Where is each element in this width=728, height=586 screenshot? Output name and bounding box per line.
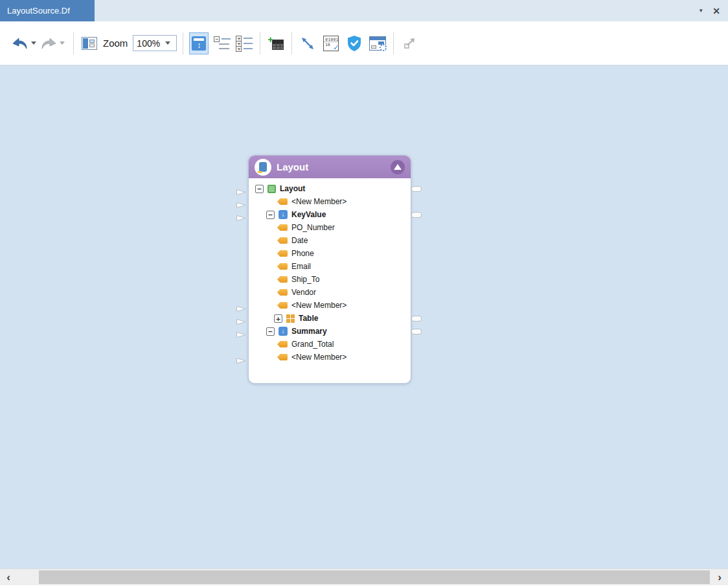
expand-all-button[interactable]: + + +: [234, 32, 254, 54]
add-table-button[interactable]: +: [266, 32, 286, 54]
zoom-label: Zoom: [103, 38, 128, 49]
pane-close-icon[interactable]: ✕: [712, 6, 720, 16]
output-port[interactable]: [411, 316, 422, 322]
input-port[interactable]: [236, 303, 246, 309]
redo-icon: [40, 36, 57, 51]
scroll-right-arrow-icon[interactable]: ›: [712, 569, 727, 585]
input-port[interactable]: [236, 199, 246, 205]
undo-button[interactable]: [10, 32, 30, 54]
auto-fit-height-icon: ↕: [192, 36, 206, 51]
tag-icon: [277, 237, 288, 244]
output-port[interactable]: [411, 186, 422, 192]
collapse-expander-icon[interactable]: −: [266, 327, 275, 336]
redo-button[interactable]: [39, 32, 58, 54]
window-options-button[interactable]: [368, 32, 387, 54]
layout-node[interactable]: Layout −Layout<New Member>−↓KeyValuePO_N…: [248, 155, 411, 384]
tag-icon: [277, 302, 288, 309]
undo-icon: [12, 36, 28, 51]
tag-icon: [277, 354, 288, 360]
tree-row-label: Phone: [291, 249, 314, 258]
layout-node-tree: −Layout<New Member>−↓KeyValuePO_NumberDa…: [249, 178, 411, 383]
tree-row-new-member[interactable]: <New Member>: [249, 351, 411, 364]
blue-section-icon: ↓: [279, 210, 288, 219]
input-port[interactable]: [236, 212, 246, 218]
draw-connector-button[interactable]: [298, 32, 317, 54]
zoom-select[interactable]: 100%: [133, 35, 177, 51]
output-port[interactable]: [411, 212, 422, 218]
tag-icon: [277, 224, 288, 231]
green-square-icon: [267, 185, 276, 193]
redo-dropdown-caret-icon[interactable]: [60, 41, 65, 45]
layout-node-title: Layout: [277, 161, 308, 172]
toolbar: Zoom 100% ↕ − + + + +: [0, 21, 728, 65]
blue-section-icon: ↓: [279, 327, 288, 336]
tree-row-grand-total[interactable]: Grand_Total: [249, 338, 411, 351]
expand-all-icon: + + +: [236, 36, 253, 51]
tree-row-label: <New Member>: [291, 197, 347, 206]
tree-row-label: Date: [291, 236, 308, 245]
tag-icon: [277, 289, 288, 296]
page-preview-button[interactable]: [80, 32, 99, 54]
validate-data-icon: 0100110✓: [323, 36, 339, 51]
tag-icon: [277, 341, 288, 347]
tree-row-keyvalue[interactable]: −↓KeyValue: [249, 208, 411, 221]
tag-icon: [277, 198, 288, 205]
collapse-expander-icon[interactable]: −: [255, 185, 264, 193]
tree-row-date[interactable]: Date: [249, 234, 411, 247]
undo-dropdown-caret-icon[interactable]: [31, 41, 36, 45]
tree-row-label: Email: [291, 262, 311, 271]
window-options-icon: [369, 36, 386, 51]
toolbar-separator: [183, 32, 183, 54]
tree-row-label: KeyValue: [291, 210, 326, 219]
document-tab-label: LayoutSource.Df: [7, 6, 70, 16]
pane-controls: ▼ ✕: [698, 0, 728, 21]
draw-connector-icon: [300, 36, 315, 51]
tree-row-vendor[interactable]: Vendor: [249, 286, 411, 299]
tree-row-label: <New Member>: [291, 353, 347, 362]
triangle-up-icon: [394, 164, 402, 170]
output-port[interactable]: [411, 329, 422, 334]
tree-row-ship-to[interactable]: Ship_To: [249, 273, 411, 286]
input-port[interactable]: [236, 329, 246, 334]
tree-row-email[interactable]: Email: [249, 260, 411, 273]
scroll-left-arrow-icon[interactable]: ‹: [1, 569, 16, 585]
horizontal-scrollbar-thumb[interactable]: [39, 570, 710, 584]
toolbar-separator: [260, 32, 260, 54]
input-port[interactable]: [236, 316, 246, 322]
auto-fit-height-button[interactable]: ↕: [189, 32, 209, 54]
expand-view-icon: [402, 36, 417, 51]
design-canvas[interactable]: Layout −Layout<New Member>−↓KeyValuePO_N…: [0, 65, 728, 568]
tree-row-label: Vendor: [291, 288, 316, 297]
collapse-all-button[interactable]: −: [212, 32, 232, 54]
shield-check-button[interactable]: [345, 32, 364, 54]
pane-menu-caret-icon[interactable]: ▼: [698, 8, 703, 14]
tree-row-label: Summary: [291, 327, 327, 336]
document-tab[interactable]: LayoutSource.Df: [0, 0, 95, 21]
layout-node-icon: [255, 159, 271, 176]
tree-row-new-member[interactable]: <New Member>: [249, 299, 411, 312]
zoom-value: 100%: [137, 38, 160, 49]
tree-row-po-number[interactable]: PO_Number: [249, 221, 411, 234]
input-port[interactable]: [236, 355, 246, 360]
zoom-caret-icon: [165, 41, 170, 45]
tree-row-table[interactable]: +Table: [249, 312, 411, 325]
node-collapse-button[interactable]: [391, 160, 405, 174]
tree-row-new-member[interactable]: <New Member>: [249, 195, 411, 208]
expand-view-button[interactable]: [400, 32, 419, 54]
toolbar-separator: [291, 32, 292, 54]
tree-row-label: Table: [299, 314, 318, 323]
collapse-all-icon: −: [214, 36, 231, 51]
add-table-icon: +: [267, 36, 284, 51]
tag-icon: [277, 263, 288, 270]
layout-node-header[interactable]: Layout: [249, 156, 411, 178]
validate-data-button[interactable]: 0100110✓: [321, 32, 341, 54]
expand-expander-icon[interactable]: +: [274, 314, 282, 323]
tree-row-label: <New Member>: [291, 301, 347, 310]
collapse-expander-icon[interactable]: −: [266, 211, 275, 219]
pane-header: LayoutSource.Df ▼ ✕: [0, 0, 728, 21]
input-port[interactable]: [236, 186, 246, 192]
tree-row-summary[interactable]: −↓Summary: [249, 325, 411, 338]
tree-row-layout[interactable]: −Layout: [249, 182, 411, 195]
tree-row-phone[interactable]: Phone: [249, 247, 411, 260]
horizontal-scrollbar[interactable]: ‹ ›: [0, 568, 728, 585]
